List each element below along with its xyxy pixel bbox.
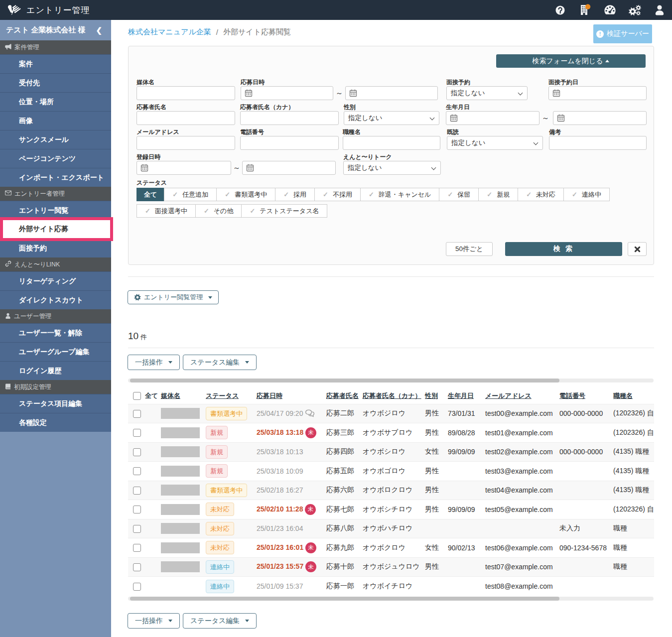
table-row: 書類選考中25/04/17 09:20応募二郎オウボジロウ男性73/01/31t… [128,404,654,423]
sidebar-company-header[interactable]: テスト 企業株式会社 様 ❮ [0,20,111,40]
apply-datetime-cell: 25/01/09 15:37 [252,577,321,596]
sort-column-header[interactable]: 媒体名 [161,392,180,399]
scrollbar-thumb[interactable] [130,597,559,601]
status-filter-テストステータス名[interactable]: ✓テストステータス名 [241,204,327,218]
status-filter-書類選考中[interactable]: ✓書類選考中 [216,188,275,201]
status-filter-任意追加[interactable]: ✓任意追加 [164,188,217,201]
apply-datetime: 25/04/17 09:20 [257,409,303,417]
email-input[interactable] [136,136,235,150]
birthday-from-input[interactable] [446,111,539,125]
status-filter-辞退・キャンセル[interactable]: ✓辞退・キャンセル [360,188,439,201]
sidebar-item-各種設定[interactable]: 各種設定 [0,413,111,432]
row-checkbox[interactable] [133,525,141,533]
sidebar-item-ユーザー一覧・解除[interactable]: ユーザー一覧・解除 [0,323,111,342]
applicant-kana-input[interactable] [240,111,339,125]
row-checkbox[interactable] [133,467,141,475]
birthday-to-input[interactable] [553,111,647,125]
horizontal-scrollbar[interactable] [128,597,654,601]
status-filter-不採用[interactable]: ✓不採用 [314,188,361,201]
help-icon[interactable] [547,0,572,20]
bulk-action-button[interactable]: 一括操作 [128,355,180,370]
sort-column-header[interactable]: ステータス [206,392,239,399]
sidebar-item-サンクスメール[interactable]: サンクスメール [0,130,111,149]
apply-datetime-to-input[interactable] [345,86,438,100]
row-checkbox[interactable] [133,544,141,552]
breadcrumb-link[interactable]: 株式会社マニュアル企業 [128,27,211,37]
sort-column-header[interactable]: 生年月日 [448,392,474,399]
company-icon[interactable] [572,0,597,20]
interview-reserve-date-input[interactable] [548,86,647,100]
status-filter-その他[interactable]: ✓その他 [195,204,242,218]
search-button[interactable]: 検 索 [505,242,622,256]
sidebar-item-インポート・エクスポート[interactable]: インポート・エクスポート [0,168,111,187]
sidebar-item-案件[interactable]: 案件 [0,54,111,73]
row-checkbox[interactable] [133,410,141,418]
status-edit-button[interactable]: ステータス編集 [183,613,257,629]
interview-reserve-select[interactable]: 指定しない [446,86,528,100]
status-filter-未対応[interactable]: ✓未対応 [518,188,564,201]
entry-talk-select[interactable]: 指定しない [343,161,441,175]
sidebar-item-ログイン履歴[interactable]: ログイン履歴 [0,361,111,380]
close-search-form-button[interactable]: 検索フォームを閉じる [496,54,646,68]
status-filter-採用[interactable]: ✓採用 [275,188,315,201]
sidebar-item-リターゲティング[interactable]: リターゲティング [0,271,111,290]
sidebar-item-ユーザーグループ編集[interactable]: ユーザーグループ編集 [0,342,111,361]
collapse-sidebar-icon[interactable]: ❮ [96,26,102,35]
media-name-cell [156,577,201,596]
phone-input[interactable] [240,136,339,150]
applicant-name-input[interactable] [136,111,235,125]
sort-column-header[interactable]: 電話番号 [559,392,585,399]
register-datetime-from-input[interactable] [136,161,231,175]
read-state-select[interactable]: 指定しない [447,136,543,150]
status-filter-保留[interactable]: ✓保留 [439,188,479,201]
settings-icon[interactable] [622,0,647,20]
job-name-cell: (4135) 職種 [608,462,654,481]
applicant-name-cell: 応募六郎 [321,481,358,500]
horizontal-scrollbar[interactable] [128,379,654,382]
sidebar-item-面接予約[interactable]: 面接予約 [0,239,111,257]
register-datetime-to-input[interactable] [242,161,336,175]
checkbox-cell [128,423,156,443]
user-icon[interactable] [647,0,672,20]
sidebar-item-画像[interactable]: 画像 [0,111,111,130]
sidebar-item-ページコンテンツ[interactable]: ページコンテンツ [0,149,111,168]
sex-select[interactable]: 指定しない [344,111,439,125]
sort-column-header[interactable]: 性別 [425,392,438,399]
sidebar-item-ダイレクトスカウト[interactable]: ダイレクトスカウト [0,290,111,309]
sort-column-header[interactable]: 職種名 [613,392,633,399]
calendar-icon [246,164,254,172]
status-filter-連絡中[interactable]: ✓連絡中 [563,188,610,201]
status-edit-button[interactable]: ステータス編集 [183,355,257,370]
sort-column-header[interactable]: 応募者氏名 [326,392,359,399]
apply-datetime-from-input[interactable] [241,86,333,100]
sort-column-header[interactable]: 応募日時 [257,392,282,399]
media-name-input[interactable] [136,86,235,100]
row-checkbox[interactable] [133,506,141,513]
row-checkbox[interactable] [133,487,141,495]
sort-column-header[interactable]: 応募者氏名（カナ） [363,392,421,399]
scrollbar-thumb[interactable] [130,379,559,382]
select-all-checkbox[interactable] [133,392,141,400]
status-badge: 新規 [206,426,228,439]
sort-column-header[interactable]: メールアドレス [485,392,532,399]
bulk-action-button[interactable]: 一括操作 [128,613,180,629]
row-checkbox[interactable] [133,448,141,456]
sidebar-item-位置・場所[interactable]: 位置・場所 [0,92,111,111]
dashboard-icon[interactable] [597,0,622,20]
entry-view-manage-button[interactable]: エントリー閲覧管理 [128,290,219,304]
per-page-select[interactable]: 50件ごと [446,242,493,256]
note-input[interactable] [549,136,647,150]
sidebar-item-外部サイト応募[interactable]: 外部サイト応募 [0,217,113,241]
status-filter-新規[interactable]: ✓新規 [478,188,518,201]
row-checkbox[interactable] [133,429,141,437]
row-checkbox[interactable] [133,563,141,571]
status-filter-面接選考中[interactable]: ✓面接選考中 [136,204,196,218]
job-name-input[interactable] [343,136,440,150]
clear-search-button[interactable] [628,242,647,256]
status-filter-全て[interactable]: 全て [136,188,164,201]
sidebar-item-ステータス項目編集[interactable]: ステータス項目編集 [0,394,111,413]
status-badge: 書類選考中 [206,407,247,420]
search-panel: 検索フォームを閉じる 媒体名 応募日時 ～ 面接予約 [128,46,654,265]
row-checkbox[interactable] [133,583,141,591]
sidebar-item-受付先[interactable]: 受付先 [0,73,111,92]
